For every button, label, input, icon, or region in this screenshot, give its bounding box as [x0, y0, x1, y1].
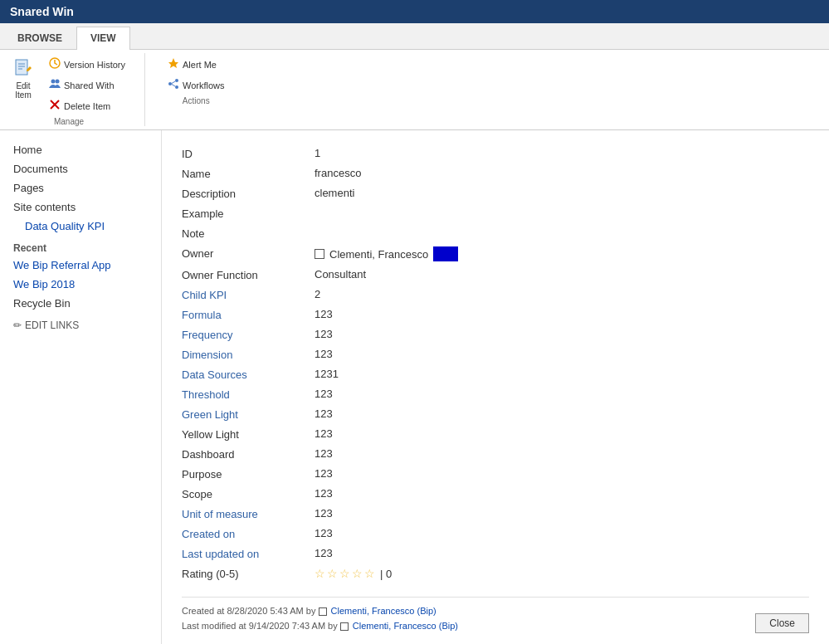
value-yellow-light: 123 — [315, 427, 809, 440]
workflows-label: Workflows — [183, 80, 225, 90]
value-id: 1 — [315, 147, 809, 159]
svg-point-6 — [56, 80, 60, 84]
detail-row-rating: Rating (0-5) ☆ ☆ ☆ ☆ ☆ | 0 — [182, 564, 809, 583]
detail-row-threshold: Threshold 123 — [182, 384, 809, 404]
ribbon: EditItem Version History — [0, 50, 829, 130]
edit-item-button[interactable]: EditItem — [7, 55, 40, 102]
value-owner: Clementi, Francesco — [315, 246, 809, 261]
label-note: Note — [182, 227, 315, 240]
version-history-label: Version History — [64, 60, 125, 70]
sidebar-item-recycle-bin[interactable]: Recycle Bin — [0, 294, 161, 313]
rating-count: | 0 — [380, 568, 392, 580]
svg-rect-0 — [16, 60, 27, 75]
workflows-button[interactable]: Workflows — [162, 76, 231, 95]
detail-row-purpose: Purpose 123 — [182, 464, 809, 484]
detail-row-frequency: Frequency 123 — [182, 324, 809, 344]
delete-item-button[interactable]: Delete Item — [43, 96, 131, 115]
owner-checkbox — [315, 249, 324, 259]
svg-point-5 — [51, 80, 56, 84]
version-history-icon — [49, 57, 61, 71]
sidebar-item-site-contents[interactable]: Site contents — [0, 198, 161, 217]
shared-with-button[interactable]: Shared With — [43, 76, 131, 95]
shared-with-icon — [49, 78, 61, 92]
edit-icon — [13, 57, 33, 80]
edit-links-label: EDIT LINKS — [25, 320, 79, 331]
shared-with-label: Shared With — [64, 80, 115, 90]
value-purpose: 123 — [315, 467, 809, 480]
footer-modified-at: Last modified at 9/14/2020 7:43 AM by — [182, 621, 340, 631]
detail-row-last-updated-on: Last updated on 123 — [182, 544, 809, 564]
detail-row-created-on: Created on 123 — [182, 524, 809, 544]
sidebar-item-we-bip-2018[interactable]: We Bip 2018 — [0, 275, 161, 294]
detail-row-formula: Formula 123 — [182, 305, 809, 324]
value-unit-of-measure: 123 — [315, 507, 809, 520]
footer-created-at: Created at 8/28/2020 5:43 AM by — [182, 606, 319, 616]
label-yellow-light: Yellow Light — [182, 427, 315, 441]
delete-icon — [49, 99, 61, 113]
value-scope: 123 — [315, 487, 809, 500]
label-description: Description — [182, 187, 315, 200]
version-history-button[interactable]: Version History — [43, 55, 131, 74]
value-data-sources: 1231 — [315, 368, 809, 380]
detail-row-note: Note — [182, 223, 809, 243]
star-5[interactable]: ☆ — [364, 567, 375, 580]
label-rating: Rating (0-5) — [182, 567, 315, 580]
detail-footer: Created at 8/28/2020 5:43 AM by Clementi… — [182, 597, 809, 633]
value-created-on: 123 — [315, 527, 809, 539]
value-rating: ☆ ☆ ☆ ☆ ☆ | 0 — [315, 567, 809, 580]
value-dimension: 123 — [315, 348, 809, 360]
svg-point-9 — [168, 82, 172, 85]
sidebar-item-we-bip-referral-app[interactable]: We Bip Referral App — [0, 256, 161, 275]
ribbon-actions-inline: Alert Me Workflows — [162, 55, 231, 95]
value-name: francesco — [315, 167, 809, 179]
rating-container: ☆ ☆ ☆ ☆ ☆ | 0 — [315, 567, 809, 580]
sidebar-item-home[interactable]: Home — [0, 140, 161, 159]
star-3[interactable]: ☆ — [339, 567, 350, 580]
tab-view[interactable]: VIEW — [76, 27, 130, 50]
ribbon-group-actions: Alert Me Workflows Actions — [162, 53, 244, 126]
label-dimension: Dimension — [182, 348, 315, 361]
sidebar-item-documents[interactable]: Documents — [0, 159, 161, 178]
tab-browse[interactable]: BROWSE — [3, 27, 76, 49]
sidebar-item-data-quality-kpi[interactable]: Data Quality KPI — [0, 217, 161, 236]
edit-links-button[interactable]: ✏ EDIT LINKS — [0, 313, 161, 338]
footer-text: Created at 8/28/2020 5:43 AM by Clementi… — [182, 604, 458, 633]
label-created-on: Created on — [182, 527, 315, 540]
footer-created-checkbox — [319, 607, 327, 616]
content-area: ID 1 Name francesco Description clementi… — [162, 130, 829, 644]
detail-row-yellow-light: Yellow Light 123 — [182, 424, 809, 444]
app-title: Snared Win — [10, 5, 74, 18]
label-formula: Formula — [182, 308, 315, 321]
actions-group-label: Actions — [183, 96, 210, 105]
label-unit-of-measure: Unit of measure — [182, 507, 315, 520]
label-frequency: Frequency — [182, 328, 315, 341]
svg-point-10 — [175, 79, 178, 82]
detail-table: ID 1 Name francesco Description clementi… — [182, 144, 809, 583]
edit-links-pencil-icon: ✏ — [13, 320, 22, 331]
label-threshold: Threshold — [182, 388, 315, 401]
value-formula: 123 — [315, 308, 809, 320]
sidebar-recent-label: Recent — [0, 236, 161, 256]
alert-me-icon — [168, 57, 179, 71]
sidebar-item-pages[interactable]: Pages — [0, 178, 161, 198]
label-name: Name — [182, 167, 315, 180]
edit-item-label: EditItem — [15, 81, 31, 100]
svg-line-12 — [172, 81, 175, 84]
owner-name: Clementi, Francesco — [329, 248, 428, 261]
alert-me-button[interactable]: Alert Me — [162, 55, 231, 74]
label-id: ID — [182, 147, 315, 160]
footer-modified-by[interactable]: Clementi, Francesco (Bip) — [353, 621, 458, 631]
star-1[interactable]: ☆ — [315, 567, 325, 580]
label-last-updated-on: Last updated on — [182, 547, 315, 560]
close-button[interactable]: Close — [755, 613, 809, 633]
owner-container: Clementi, Francesco — [315, 246, 809, 261]
star-4[interactable]: ☆ — [352, 567, 363, 580]
value-owner-function: Consultant — [315, 268, 809, 281]
star-2[interactable]: ☆ — [327, 567, 338, 580]
manage-group-label: Manage — [54, 117, 84, 126]
label-dashboard: Dashboard — [182, 447, 315, 461]
footer-created-by[interactable]: Clementi, Francesco (Bip) — [331, 606, 436, 616]
detail-row-name: Name francesco — [182, 163, 809, 183]
label-example: Example — [182, 207, 315, 220]
label-owner-function: Owner Function — [182, 268, 315, 281]
